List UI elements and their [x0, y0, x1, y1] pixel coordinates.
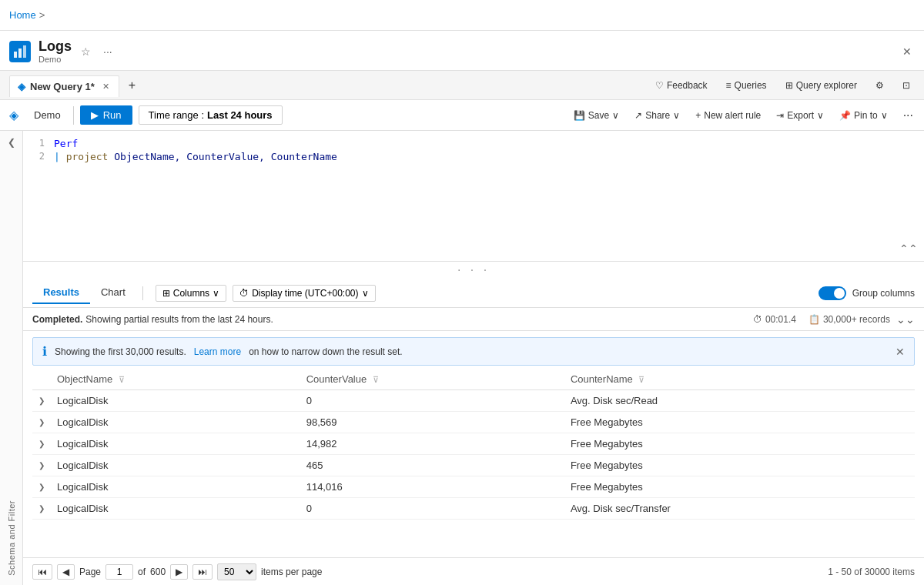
pin-to-button[interactable]: 📌 Pin to ∨: [835, 107, 892, 124]
query-tab-1[interactable]: ◈ New Query 1* ✕: [9, 75, 119, 97]
counter-value-cell-4: 114,016: [300, 476, 564, 498]
columns-button[interactable]: ⊞ Columns ∨: [156, 285, 226, 302]
results-divider: [142, 286, 143, 300]
settings-button[interactable]: ⚙: [871, 77, 889, 94]
results-tab-actions: ⊞ Columns ∨ ⏱ Display time (UTC+00:00) ∨: [156, 285, 376, 302]
tab-close-button[interactable]: ✕: [101, 81, 111, 92]
pagination: ⏮ ◀ Page of 600 ▶ ⏭ 50 100 200 items per…: [23, 557, 924, 585]
row-expand-2[interactable]: ❯: [32, 433, 51, 455]
page-summary: 1 - 50 of 30000 items: [828, 567, 915, 577]
first-page-button[interactable]: ⏮: [32, 564, 52, 580]
line-number-1: 1: [23, 138, 54, 149]
row-expand-4[interactable]: ❯: [32, 476, 51, 498]
queries-icon: ≡: [726, 80, 732, 91]
feedback-button[interactable]: ♡ Feedback: [651, 77, 712, 94]
object-name-filter-icon[interactable]: ⊽: [119, 375, 125, 384]
object-name-cell-3: LogicalDisk: [51, 455, 300, 476]
editor-collapse-button[interactable]: ⌃⌃: [899, 242, 918, 255]
counter-name-filter-icon[interactable]: ⊽: [638, 375, 644, 384]
breadcrumb: Home >: [9, 9, 45, 21]
left-panel: ❮ Schema and Filter: [0, 131, 23, 585]
status-completed: Completed.: [32, 314, 82, 325]
explorer-icon: ⊞: [785, 80, 793, 91]
share-chevron-icon: ∨: [673, 110, 680, 121]
run-button[interactable]: ▶ Run: [80, 105, 132, 125]
scope-label: Demo: [28, 109, 67, 121]
tab-label: New Query 1*: [30, 81, 95, 92]
object-name-cell-4: LogicalDisk: [51, 476, 300, 498]
add-tab-button[interactable]: +: [122, 75, 142, 95]
run-label: Run: [103, 109, 122, 121]
counter-name-cell-2: Free Megabytes: [564, 433, 915, 455]
save-button[interactable]: 💾 Save ∨: [569, 107, 624, 124]
code-editor[interactable]: 1 Perf 2 | project ObjectName, CounterVa…: [23, 131, 924, 262]
favorite-button[interactable]: ☆: [78, 44, 94, 59]
clock-icon: ⏱: [239, 288, 249, 299]
row-expand-1[interactable]: ❯: [32, 412, 51, 433]
app-header: Logs Demo ☆ ··· ✕: [0, 31, 924, 71]
results-tab[interactable]: Results: [32, 282, 90, 304]
alert-icon: +: [695, 110, 701, 121]
queries-button[interactable]: ≡ Queries: [721, 77, 772, 94]
tab-bar: ◈ New Query 1* ✕ + ♡ Feedback ≡ Queries …: [0, 71, 924, 100]
status-records: 📋 30,000+ records: [808, 314, 890, 325]
breadcrumb-home[interactable]: Home: [9, 9, 36, 21]
object-name-cell-0: LogicalDisk: [51, 390, 300, 412]
layout-icon: ⊡: [902, 80, 910, 91]
layout-button[interactable]: ⊡: [898, 77, 915, 94]
left-panel-collapse-button[interactable]: ❮: [5, 134, 18, 151]
info-message: Showing the first 30,000 results.: [55, 346, 186, 357]
svg-rect-0: [14, 52, 17, 58]
time-value: 00:01.4: [765, 314, 796, 325]
time-range-button[interactable]: Time range : Last 24 hours: [139, 105, 283, 125]
page-input[interactable]: [105, 564, 133, 580]
pin-icon: 📌: [839, 110, 851, 121]
share-button[interactable]: ↗ Share ∨: [630, 107, 685, 124]
close-button[interactable]: ✕: [899, 44, 915, 59]
editor-container: 1 Perf 2 | project ObjectName, CounterVa…: [23, 131, 924, 585]
counter-value-cell-0: 0: [300, 390, 564, 412]
query-explorer-button[interactable]: ⊞ Query explorer: [781, 77, 862, 94]
counter-value-cell-1: 98,569: [300, 412, 564, 433]
info-close-button[interactable]: ✕: [896, 346, 905, 358]
chart-tab[interactable]: Chart: [90, 282, 136, 304]
results-tabs: Results Chart ⊞ Columns ∨ ⏱ Display time…: [23, 279, 924, 308]
row-expand-3[interactable]: ❯: [32, 455, 51, 476]
info-banner: ℹ Showing the first 30,000 results. Lear…: [32, 337, 915, 366]
prev-page-button[interactable]: ◀: [57, 564, 75, 580]
info-suffix: on how to narrow down the result set.: [249, 346, 402, 357]
save-chevron-icon: ∨: [612, 110, 619, 121]
more-options-button[interactable]: ···: [100, 44, 116, 59]
page-size-select[interactable]: 50 100 200: [217, 563, 256, 580]
records-value: 30,000+ records: [823, 314, 890, 325]
expand-button[interactable]: ⌄⌄: [896, 313, 915, 326]
row-expand-5[interactable]: ❯: [32, 498, 51, 520]
editor-line-1: 1 Perf: [23, 137, 924, 150]
scope-icon: ◈: [6, 106, 22, 124]
counter-name-header: CounterName ⊽: [564, 369, 915, 390]
columns-chevron-icon: ∨: [213, 288, 219, 299]
object-name-header: ObjectName ⊽: [51, 369, 300, 390]
table-header-row: ObjectName ⊽ CounterValue ⊽ CounterName …: [32, 369, 915, 390]
counter-value-cell-5: 0: [300, 498, 564, 520]
group-toggle-switch[interactable]: [819, 286, 846, 300]
display-time-button[interactable]: ⏱ Display time (UTC+00:00) ∨: [233, 285, 375, 302]
status-time: ⏱ 00:01.4: [753, 314, 796, 325]
toolbar-more-button[interactable]: ···: [899, 107, 918, 124]
last-page-button[interactable]: ⏭: [192, 564, 213, 580]
learn-more-link[interactable]: Learn more: [194, 346, 241, 357]
export-button[interactable]: ⇥ Export ∨: [772, 107, 829, 124]
new-alert-rule-button[interactable]: + New alert rule: [691, 107, 765, 124]
counter-value-filter-icon[interactable]: ⊽: [373, 375, 379, 384]
app-subtitle: Demo: [38, 55, 72, 64]
total-pages: 600: [150, 567, 166, 577]
expand-col-header: [32, 369, 51, 390]
row-expand-0[interactable]: ❯: [32, 390, 51, 412]
title-actions: ☆ ···: [78, 44, 116, 59]
group-columns-label: Group columns: [852, 288, 915, 299]
group-columns-toggle: Group columns: [819, 286, 915, 300]
next-page-button[interactable]: ▶: [170, 564, 188, 580]
time-icon: ⏱: [753, 314, 762, 325]
counter-name-cell-0: Avg. Disk sec/Read: [564, 390, 915, 412]
table-row: ❯ LogicalDisk 0 Avg. Disk sec/Read: [32, 390, 915, 412]
